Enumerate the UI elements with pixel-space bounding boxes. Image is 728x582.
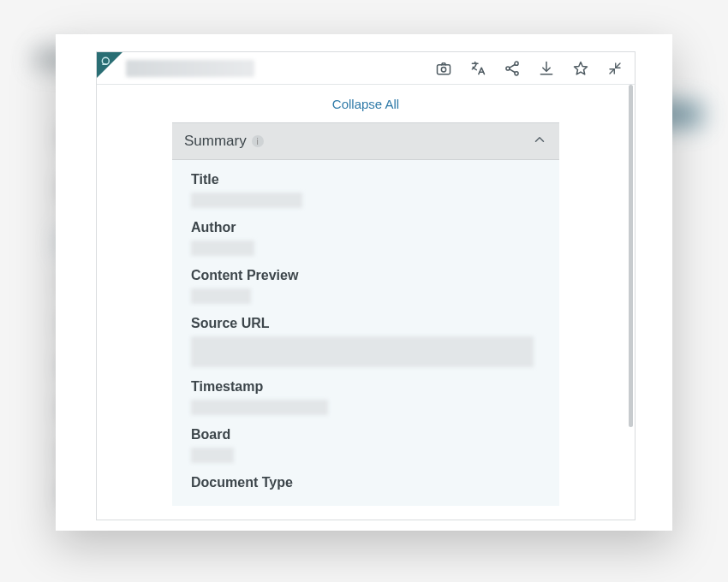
summary-section: Summary i Title Author Content Preview S… [172,122,559,506]
section-title: Summary [184,133,247,150]
summary-section-body: Title Author Content Preview Source URL … [172,160,559,506]
info-icon[interactable]: i [252,135,264,147]
field-label: Board [191,427,559,442]
summary-section-header[interactable]: Summary i [172,122,559,160]
detail-panel: Collapse All Summary i Title Author Cont… [96,51,636,520]
field-author: Author [191,211,559,259]
toolbar-actions [434,59,635,78]
field-document-type: Document Type [191,466,559,499]
field-label: Content Preview [191,268,559,283]
field-value-redacted [191,241,254,256]
share-icon[interactable] [503,59,522,78]
field-label: Title [191,172,559,187]
field-title: Title [191,163,559,211]
svg-point-0 [102,57,109,64]
translate-icon[interactable] [468,59,487,78]
download-icon[interactable] [537,59,556,78]
panel-toolbar [97,52,635,85]
field-value-redacted [191,448,234,463]
panel-title-redacted [126,60,254,77]
star-icon[interactable] [571,59,590,78]
field-label: Timestamp [191,379,559,395]
app-badge-icon [97,52,122,78]
field-label: Source URL [191,316,559,331]
svg-point-2 [441,67,445,71]
field-label: Author [191,220,559,235]
field-source-url: Source URL [191,307,559,371]
field-value-redacted [191,288,251,304]
collapse-row: Collapse All [97,85,635,122]
minimize-icon[interactable] [606,59,624,78]
collapse-all-link[interactable]: Collapse All [332,97,399,111]
field-label: Document Type [191,475,559,490]
field-value-redacted [191,400,328,415]
field-value-redacted [191,193,302,208]
field-timestamp: Timestamp [191,371,559,419]
camera-icon[interactable] [434,59,453,78]
field-value-redacted [191,336,534,367]
field-board: Board [191,419,559,466]
field-content-preview: Content Preview [191,259,559,307]
svg-marker-6 [575,62,588,74]
svg-rect-1 [438,64,451,74]
chevron-up-icon [532,132,547,151]
scrollbar[interactable] [629,85,633,427]
